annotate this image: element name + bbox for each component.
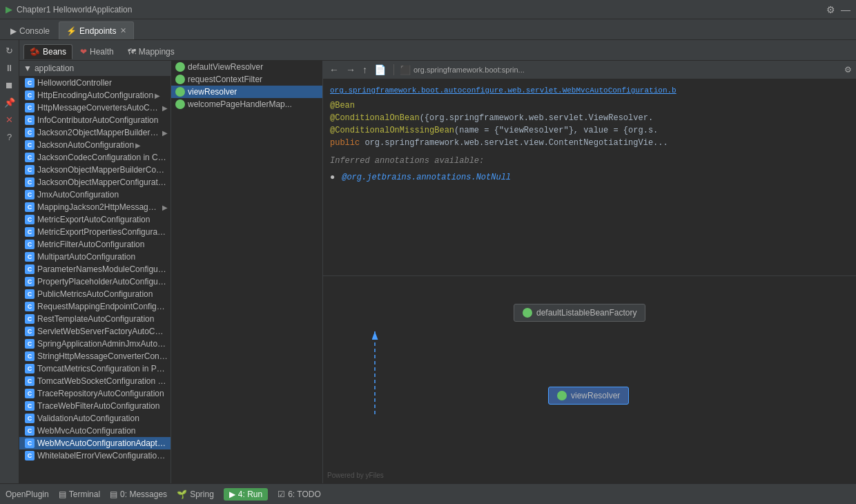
bean-c-icon: C: [25, 227, 35, 237]
bean-c-icon: C: [25, 140, 35, 150]
bean-c-icon: C: [25, 302, 35, 311]
tree-item[interactable]: C SpringApplicationAdminJmxAutoConfigura…: [19, 338, 171, 350]
main-layout: ↻ ⏸ ⏹ 📌 ✕ ? 🫘 Beans ❤ Health 🗺 Mappings: [0, 40, 856, 483]
tree-item[interactable]: C JacksonCodecConfiguration in CodecsAut…: [19, 151, 171, 164]
status-run[interactable]: ▶ 4: Run: [224, 488, 268, 501]
run-status-label: 4: Run: [238, 490, 262, 499]
tree-item[interactable]: C WebMvcAutoConfiguration: [19, 425, 171, 437]
tree-item[interactable]: C HttpEncodingAutoConfiguration ▶: [19, 89, 171, 101]
status-messages[interactable]: ▤ 0: Messages: [110, 490, 167, 499]
sidebar-pause-icon[interactable]: ⏸: [2, 60, 17, 75]
detail-item[interactable]: requestContextFilter: [171, 73, 322, 86]
tab-endpoints[interactable]: ⚡ Endpoints ✕: [59, 21, 134, 39]
bean-c-icon: C: [25, 202, 35, 212]
tree-item[interactable]: C TomcatMetricsConfiguration in PublicMe…: [19, 362, 171, 375]
spring-icon: 🌱: [177, 490, 187, 499]
tree-item[interactable]: C ValidationAutoConfiguration: [19, 412, 171, 425]
sidebar-left: ↻ ⏸ ⏹ 📌 ✕ ?: [0, 40, 19, 483]
tree-item[interactable]: C HttpMessageConvertersAutoConfiguration…: [19, 101, 171, 114]
up-button[interactable]: ↑: [360, 64, 369, 76]
terminal-icon: ▤: [59, 490, 66, 499]
bean-item-label: MetricFilterAutoConfiguration: [37, 240, 144, 249]
detail-item-label: defaultViewResolver: [188, 62, 263, 72]
sidebar-info-icon[interactable]: ?: [2, 129, 17, 144]
graph-node-resolver[interactable]: viewResolver: [548, 387, 629, 405]
beans-icon: 🫘: [30, 47, 40, 57]
bean-item-label: WebMvcAutoConfiguration: [37, 426, 136, 436]
bean-item-label: PublicMetricsAutoConfiguration: [37, 289, 153, 299]
health-icon: ❤: [80, 47, 87, 57]
bean-item-label: StringHttpMessageConverterConfiguration …: [37, 351, 168, 361]
tree-item[interactable]: C MappingJackson2HttpMessageConverterCon…: [19, 201, 171, 213]
tree-item[interactable]: C MultipartAutoConfiguration: [19, 251, 171, 263]
detail-item[interactable]: defaultViewResolver: [171, 61, 322, 73]
subtab-beans-label: Beans: [43, 47, 66, 57]
status-todo[interactable]: ☑ 6: TODO: [278, 490, 321, 499]
bean-c-icon: C: [25, 177, 35, 187]
bean-c-icon: C: [25, 165, 35, 175]
leaf-icon: [175, 87, 185, 97]
tree-item[interactable]: C RestTemplateAutoConfiguration: [19, 313, 171, 325]
status-openplugin[interactable]: OpenPlugin: [6, 490, 49, 499]
panels: ▼ application C HelloworldController C H…: [19, 61, 856, 483]
tree-root[interactable]: ▼ application: [19, 61, 171, 77]
tree-item[interactable]: C PublicMetricsAutoConfiguration: [19, 288, 171, 300]
detail-item[interactable]: viewResolver: [171, 86, 322, 98]
tree-item[interactable]: C PropertyPlaceholderAutoConfiguration: [19, 275, 171, 288]
subtab-beans[interactable]: 🫘 Beans: [23, 44, 72, 59]
bean-c-icon: C: [25, 115, 35, 125]
tree-item[interactable]: C TomcatWebSocketConfiguration in WebSoc…: [19, 375, 171, 387]
run-icon: ▶: [6, 4, 12, 14]
bean-c-icon: C: [25, 289, 35, 299]
file-button[interactable]: 📄: [372, 64, 388, 76]
powered-by: Powered by yFiles: [327, 472, 384, 479]
tree-item[interactable]: C Jackson2ObjectMapperBuilderCustomizerC…: [19, 126, 171, 139]
bean-list: C HelloworldController C HttpEncodingAut…: [19, 77, 171, 462]
bean-item-label: JacksonAutoConfiguration: [37, 140, 134, 150]
status-spring[interactable]: 🌱 Spring: [177, 490, 214, 499]
tree-item[interactable]: C HelloworldController: [19, 77, 171, 89]
bean-c-icon: C: [25, 264, 35, 274]
graph-node-factory[interactable]: defaultListableBeanFactory: [514, 304, 645, 322]
sidebar-refresh-icon[interactable]: ↻: [2, 43, 17, 58]
tree-item[interactable]: C JmxAutoConfiguration: [19, 188, 171, 201]
sidebar-pin-icon[interactable]: 📌: [2, 95, 17, 110]
tree-item[interactable]: C StringHttpMessageConverterConfiguratio…: [19, 350, 171, 362]
back-button[interactable]: ←: [327, 64, 341, 76]
tree-item[interactable]: C InfoContributorAutoConfiguration: [19, 114, 171, 126]
tree-item[interactable]: C TraceRepositoryAutoConfiguration: [19, 387, 171, 400]
tree-item[interactable]: C JacksonObjectMapperConfiguration in Ja…: [19, 176, 171, 188]
tree-item[interactable]: C WhitelabelErrorViewConfiguration in Er…: [19, 449, 171, 462]
tree-item[interactable]: C JacksonAutoConfiguration ▶: [19, 139, 171, 151]
inferred-item: ● @org.jetbrains.annotations.NotNull: [330, 171, 849, 184]
tree-item[interactable]: C MetricFilterAutoConfiguration: [19, 238, 171, 251]
tree-item[interactable]: C ServletWebServerFactoryAutoConfigurati…: [19, 325, 171, 338]
tree-item[interactable]: C JacksonObjectMapperBuilderConfiguratio…: [19, 164, 171, 176]
tree-item[interactable]: C ParameterNamesModuleConfiguration in J…: [19, 263, 171, 275]
detail-item[interactable]: welcomePageHandlerMap...: [171, 98, 322, 110]
bean-c-icon: C: [25, 364, 35, 374]
subtab-health[interactable]: ❤ Health: [74, 44, 120, 59]
tree-item[interactable]: C RequestMappingEndpointConfiguration in…: [19, 300, 171, 313]
spring-label: Spring: [190, 490, 214, 499]
tree-item[interactable]: C MetricExportPropertiesConfiguration in…: [19, 226, 171, 238]
code-annotation-bean: @Bean: [330, 99, 849, 112]
sidebar-stop-icon[interactable]: ⏹: [2, 77, 17, 93]
resolver-node-label: viewResolver: [571, 391, 620, 400]
code-line-link[interactable]: org.springframework.boot.autoconfigure.w…: [330, 85, 849, 97]
bean-item-label: InfoContributorAutoConfiguration: [37, 115, 158, 125]
tab-console[interactable]: ▶ Console: [3, 21, 57, 39]
tree-item[interactable]: C WebMvcAutoConfigurationAdapter in WebM…: [19, 437, 171, 449]
subtab-mappings[interactable]: 🗺 Mappings: [121, 44, 181, 59]
forward-button[interactable]: →: [344, 64, 358, 76]
bean-c-icon: C: [25, 128, 35, 137]
bean-item-label: ValidationAutoConfiguration: [37, 414, 139, 423]
gear-icon[interactable]: ⚙: [826, 4, 835, 15]
status-terminal[interactable]: ▤ Terminal: [59, 490, 100, 499]
sidebar-debug-icon[interactable]: ✕: [2, 112, 17, 127]
settings-icon[interactable]: ⚙: [844, 65, 852, 75]
tree-item[interactable]: C MetricExportAutoConfiguration: [19, 213, 171, 226]
tree-item[interactable]: C TraceWebFilterAutoConfiguration: [19, 400, 171, 412]
close-tab-icon[interactable]: ✕: [120, 26, 126, 35]
minimize-icon[interactable]: —: [841, 4, 850, 15]
